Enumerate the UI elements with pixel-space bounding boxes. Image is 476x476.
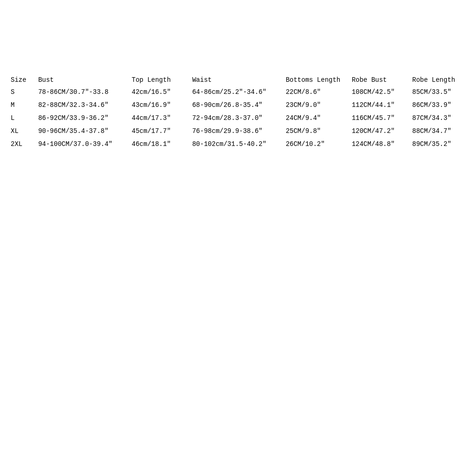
cell-robe_length: 85CM/33.5″: [409, 86, 469, 99]
cell-size: XL: [7, 125, 34, 138]
cell-robe_length: 86CM/33.9″: [409, 99, 469, 112]
header-robe-bust: Robe Bust: [348, 74, 409, 86]
table-body: S78-86CM/30.7″-33.842cm/16.5″64-86cm/25.…: [7, 86, 469, 151]
cell-robe_length: 89CM/35.2″: [409, 138, 469, 151]
cell-robe_bust: 112CM/44.1″: [348, 99, 409, 112]
cell-bottoms_length: 26CM/10.2″: [282, 138, 348, 151]
cell-top_length: 45cm/17.7″: [128, 125, 188, 138]
header-bottoms-length: Bottoms Length: [282, 74, 348, 86]
cell-bottoms_length: 23CM/9.0″: [282, 99, 348, 112]
cell-robe_bust: 108CM/42.5″: [348, 86, 409, 99]
cell-bottoms_length: 22CM/8.6″: [282, 86, 348, 99]
header-robe-length: Robe Length: [409, 74, 469, 86]
cell-bust: 86-92CM/33.9-36.2″: [34, 112, 128, 125]
cell-size: 2XL: [7, 138, 34, 151]
cell-bust: 78-86CM/30.7″-33.8: [34, 86, 128, 99]
cell-size: M: [7, 99, 34, 112]
cell-robe_bust: 120CM/47.2″: [348, 125, 409, 138]
cell-robe_bust: 116CM/45.7″: [348, 112, 409, 125]
size-chart-table: Size Bust Top Length Waist Bottoms Lengt…: [7, 74, 469, 151]
cell-waist: 64-86cm/25.2″-34.6″: [188, 86, 282, 99]
cell-top_length: 44cm/17.3″: [128, 112, 188, 125]
header-row: Size Bust Top Length Waist Bottoms Lengt…: [7, 74, 469, 86]
cell-size: L: [7, 112, 34, 125]
table-row: 2XL94-100CM/37.0-39.4″46cm/18.1″80-102cm…: [7, 138, 469, 151]
cell-top_length: 43cm/16.9″: [128, 99, 188, 112]
page-container: Size Bust Top Length Waist Bottoms Lengt…: [0, 0, 476, 476]
table-row: L86-92CM/33.9-36.2″44cm/17.3″72-94cm/28.…: [7, 112, 469, 125]
cell-bust: 82-88CM/32.3-34.6″: [34, 99, 128, 112]
cell-robe_length: 88CM/34.7″: [409, 125, 469, 138]
header-size: Size: [7, 74, 34, 86]
cell-bust: 94-100CM/37.0-39.4″: [34, 138, 128, 151]
cell-bust: 90-96CM/35.4-37.8″: [34, 125, 128, 138]
cell-waist: 80-102cm/31.5-40.2″: [188, 138, 282, 151]
cell-robe_length: 87CM/34.3″: [409, 112, 469, 125]
cell-robe_bust: 124CM/48.8″: [348, 138, 409, 151]
cell-waist: 72-94cm/28.3-37.0″: [188, 112, 282, 125]
header-waist: Waist: [188, 74, 282, 86]
cell-bottoms_length: 25CM/9.8″: [282, 125, 348, 138]
cell-waist: 76-98cm/29.9-38.6″: [188, 125, 282, 138]
cell-waist: 68-90cm/26.8-35.4″: [188, 99, 282, 112]
table-row: S78-86CM/30.7″-33.842cm/16.5″64-86cm/25.…: [7, 86, 469, 99]
table-row: M82-88CM/32.3-34.6″43cm/16.9″68-90cm/26.…: [7, 99, 469, 112]
table-header: Size Bust Top Length Waist Bottoms Lengt…: [7, 74, 469, 86]
header-bust: Bust: [34, 74, 128, 86]
cell-bottoms_length: 24CM/9.4″: [282, 112, 348, 125]
cell-top_length: 42cm/16.5″: [128, 86, 188, 99]
table-row: XL90-96CM/35.4-37.8″45cm/17.7″76-98cm/29…: [7, 125, 469, 138]
cell-size: S: [7, 86, 34, 99]
cell-top_length: 46cm/18.1″: [128, 138, 188, 151]
header-top-length: Top Length: [128, 74, 188, 86]
